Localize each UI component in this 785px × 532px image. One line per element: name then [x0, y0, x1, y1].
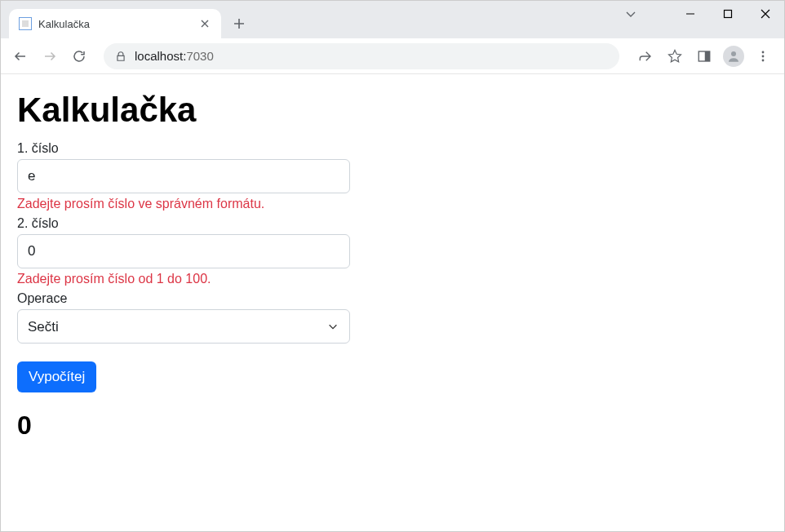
field1-label: 1. číslo: [17, 141, 768, 156]
operation-group: Operace Sečti: [17, 291, 768, 344]
tab-search-button[interactable]: [624, 7, 637, 20]
menu-button[interactable]: [750, 43, 776, 69]
submit-button[interactable]: Vypočítej: [17, 361, 96, 392]
share-icon: [638, 49, 653, 64]
operation-label: Operace: [17, 291, 768, 306]
arrow-right-icon: [42, 49, 57, 64]
field2-label: 2. číslo: [17, 216, 768, 231]
svg-rect-0: [725, 11, 732, 18]
back-button[interactable]: [9, 45, 32, 68]
tab-title: Kalkulačka: [38, 18, 192, 30]
page-content: Kalkulačka 1. číslo Zadejte prosím číslo…: [1, 74, 784, 531]
side-panel-button[interactable]: [691, 43, 717, 69]
svg-point-3: [731, 51, 736, 56]
field2-error: Zadejte prosím číslo od 1 do 100.: [17, 272, 768, 286]
bookmark-button[interactable]: [662, 43, 688, 69]
favicon-icon: [19, 17, 32, 30]
arrow-left-icon: [13, 49, 28, 64]
plus-icon: [233, 18, 245, 29]
forward-button[interactable]: [38, 45, 61, 68]
lock-icon: [115, 51, 126, 62]
svg-point-5: [762, 55, 765, 57]
tab-strip: Kalkulačka: [1, 1, 251, 38]
window-controls: [672, 1, 784, 27]
panel-icon: [697, 49, 712, 64]
field1-input[interactable]: [17, 159, 350, 193]
reload-button[interactable]: [68, 45, 91, 68]
star-icon: [667, 49, 682, 64]
close-icon: [761, 9, 770, 19]
field1-error: Zadejte prosím číslo ve správném formátu…: [17, 197, 768, 211]
url-host: localhost:: [135, 49, 186, 63]
browser-toolbar: localhost:7030: [1, 38, 784, 74]
chevron-down-icon: [624, 7, 637, 20]
result-value: 0: [17, 410, 768, 441]
titlebar: Kalkulačka: [1, 1, 784, 38]
address-bar[interactable]: localhost:7030: [104, 43, 619, 69]
operation-select[interactable]: Sečti: [17, 309, 350, 344]
svg-rect-2: [705, 51, 710, 61]
close-icon: [201, 20, 209, 28]
page-heading: Kalkulačka: [17, 91, 768, 130]
svg-point-4: [762, 51, 765, 53]
url-port: 7030: [186, 49, 213, 63]
new-tab-button[interactable]: [228, 12, 251, 35]
field1-group: 1. číslo Zadejte prosím číslo ve správné…: [17, 141, 768, 211]
minimize-icon: [685, 9, 695, 19]
browser-window: Kalkulačka: [0, 0, 785, 532]
minimize-button[interactable]: [672, 1, 709, 27]
reload-icon: [72, 49, 86, 64]
close-window-button[interactable]: [747, 1, 784, 27]
profile-button[interactable]: [721, 43, 747, 69]
field2-input[interactable]: [17, 234, 350, 268]
url-text: localhost:7030: [135, 49, 608, 63]
svg-point-6: [762, 59, 765, 61]
share-button[interactable]: [632, 43, 659, 69]
maximize-icon: [723, 9, 733, 19]
close-tab-button[interactable]: [198, 17, 211, 30]
avatar-icon: [723, 46, 744, 67]
field2-group: 2. číslo Zadejte prosím číslo od 1 do 10…: [17, 216, 768, 286]
maximize-button[interactable]: [709, 1, 747, 27]
kebab-icon: [756, 50, 769, 63]
browser-tab[interactable]: Kalkulačka: [9, 9, 221, 38]
toolbar-right: [632, 43, 776, 69]
